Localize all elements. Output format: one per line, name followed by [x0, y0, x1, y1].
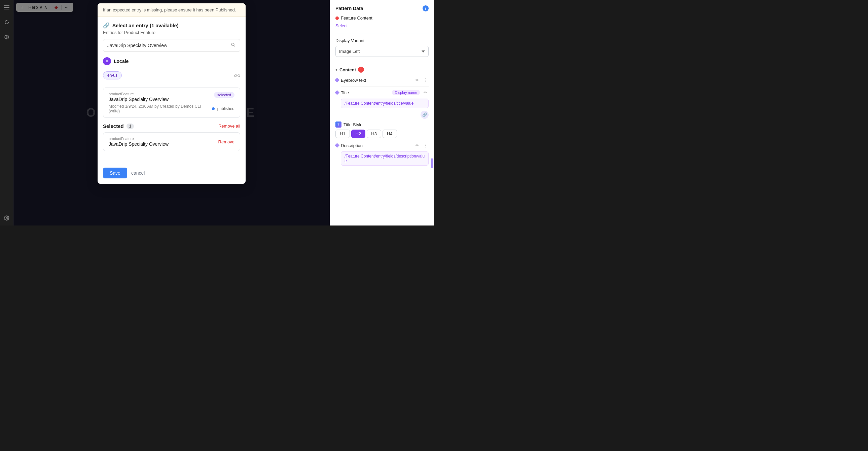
dialog-footer: Save cancel — [98, 162, 246, 184]
dialog-section-title: 🔗 Select an entry (1 available) — [103, 22, 240, 29]
save-button[interactable]: Save — [103, 168, 127, 178]
dialog-body: 🔗 Select an entry (1 available) Entries … — [98, 17, 246, 162]
divider-1 — [335, 34, 429, 34]
h3-button[interactable]: H3 — [367, 129, 381, 138]
entry-type: productFeature — [108, 92, 168, 96]
scrollbar-indicator — [431, 158, 433, 168]
panel-header-row: Pattern Data i — [335, 5, 429, 11]
display-variant-label: Display Variant — [335, 38, 429, 43]
description-field-row: Description ✏ ⋮ — [335, 142, 429, 149]
feature-dot — [335, 17, 339, 20]
title-link-btn-row: 🔗 — [341, 111, 429, 119]
dialog-warning: If an expected entry is missing, please … — [98, 3, 246, 17]
published-dot — [212, 108, 215, 110]
content-section: ▾ Content 1 Eyebrow text ✏ ⋮ Title Displ… — [335, 67, 429, 166]
entry-info: productFeature JavaDrip Specialty Overvi… — [108, 92, 168, 102]
published-text: published — [217, 107, 235, 111]
title-style-text: Title Style — [343, 122, 363, 127]
h2-button[interactable]: H2 — [351, 129, 366, 138]
divider-2 — [335, 61, 429, 61]
selected-count: 1 — [126, 123, 134, 129]
locale-link-icon — [234, 72, 240, 79]
description-field-value: /Feature Content/entry/fields/descriptio… — [341, 151, 429, 166]
info-icon[interactable]: i — [423, 5, 429, 11]
title-style-icon: T — [335, 121, 341, 127]
selected-entry-card: productFeature JavaDrip Specialty Overvi… — [103, 132, 240, 151]
search-input[interactable] — [107, 43, 230, 48]
locale-tags-row: en-us — [103, 69, 240, 82]
display-variant-select[interactable]: Image Left Image Right Full Width — [335, 46, 429, 57]
eyebrow-field-actions: ✏ ⋮ — [414, 77, 429, 84]
title-field-actions: ✏ — [422, 89, 429, 96]
entry-meta: Modified 1/9/24, 2:36 AM by Created by D… — [108, 104, 235, 113]
select-header-text: Select an entry (1 available) — [112, 23, 179, 28]
selected-header: Selected 1 Remove all — [103, 123, 240, 129]
right-panel: Pattern Data i Feature Content Select Di… — [330, 0, 434, 226]
menu-icon[interactable] — [2, 3, 11, 12]
title-style-section: T Title Style H1 H2 H3 H4 — [335, 121, 429, 138]
cancel-button[interactable]: cancel — [131, 170, 145, 176]
selected-entry-type: productFeature — [108, 137, 168, 141]
selected-title: Selected 1 — [103, 123, 134, 129]
h4-button[interactable]: H4 — [382, 129, 397, 138]
svg-rect-1 — [4, 7, 9, 8]
dialog-overlay: If an expected entry is missing, please … — [13, 0, 330, 226]
eyebrow-field-row: Eyebrow text ✏ ⋮ — [335, 77, 429, 84]
h1-button[interactable]: H1 — [335, 129, 350, 138]
feature-content-row: Feature Content — [335, 16, 429, 21]
panel-title: Pattern Data — [335, 6, 363, 11]
link-icon: 🔗 — [103, 22, 110, 29]
locale-section: ≡ Locale en-us — [103, 57, 240, 82]
entry-card[interactable]: productFeature JavaDrip Specialty Overvi… — [103, 88, 240, 118]
locale-icon: ≡ — [103, 57, 111, 65]
history-icon[interactable] — [2, 18, 11, 27]
expand-icon[interactable]: ▾ — [335, 67, 337, 72]
eyebrow-label: Eyebrow text — [341, 78, 412, 83]
description-label: Description — [341, 143, 412, 148]
eyebrow-diamond-icon — [335, 78, 339, 83]
entry-card-header: productFeature JavaDrip Specialty Overvi… — [108, 92, 235, 102]
title-field-row: Title Display name ✏ — [335, 89, 429, 96]
dialog-subtitle: Entries for Product Feature — [103, 30, 240, 35]
locale-header: ≡ Locale — [103, 57, 240, 65]
content-badge: 1 — [358, 67, 364, 73]
description-diamond-icon — [335, 143, 339, 148]
title-style-label-row: T Title Style — [335, 121, 429, 127]
content-title: Content — [339, 67, 356, 72]
title-field-value: /Feature Content/entry/fields/title/valu… — [341, 99, 429, 108]
selected-badge: selected — [214, 92, 235, 98]
selected-section: Selected 1 Remove all productFeature Jav… — [103, 123, 240, 151]
main-area: OUR FIRST FEATURE ↑ Hero ∨ ∧ ◆ ··· If an… — [13, 0, 330, 226]
select-link[interactable]: Select — [335, 23, 429, 28]
entry-meta-text: Modified 1/9/24, 2:36 AM by Created by D… — [108, 104, 209, 113]
svg-rect-0 — [4, 5, 9, 6]
left-sidebar — [0, 0, 13, 226]
feature-content-label: Feature Content — [341, 16, 372, 21]
field-sep-1 — [341, 86, 429, 87]
description-edit-button[interactable]: ✏ — [414, 142, 421, 149]
title-edit-button[interactable]: ✏ — [422, 89, 429, 96]
svg-rect-2 — [4, 9, 9, 9]
globe-icon[interactable] — [2, 32, 11, 42]
selected-entry-info: productFeature JavaDrip Specialty Overvi… — [108, 137, 168, 147]
selected-entry-name: JavaDrip Specialty Overview — [108, 141, 168, 147]
search-box — [103, 39, 240, 52]
entry-select-dialog: If an expected entry is missing, please … — [98, 3, 246, 184]
description-more-button[interactable]: ⋮ — [422, 142, 429, 149]
remove-button[interactable]: Remove — [218, 139, 235, 144]
settings-icon[interactable] — [2, 213, 11, 223]
svg-point-4 — [231, 43, 234, 46]
title-diamond-icon — [335, 90, 339, 95]
description-field-actions: ✏ ⋮ — [414, 142, 429, 149]
entry-name: JavaDrip Specialty Overview — [108, 97, 168, 102]
eyebrow-link-button[interactable]: ⋮ — [422, 77, 429, 84]
locale-tag: en-us — [103, 71, 122, 80]
remove-all-button[interactable]: Remove all — [218, 123, 240, 128]
title-badge: Display name — [392, 90, 420, 95]
warning-text: If an expected entry is missing, please … — [103, 7, 236, 12]
search-icon — [230, 42, 236, 49]
title-link-button[interactable]: 🔗 — [421, 111, 429, 119]
selected-title-text: Selected — [103, 123, 124, 129]
title-label: Title — [341, 90, 390, 95]
eyebrow-edit-button[interactable]: ✏ — [414, 77, 421, 84]
